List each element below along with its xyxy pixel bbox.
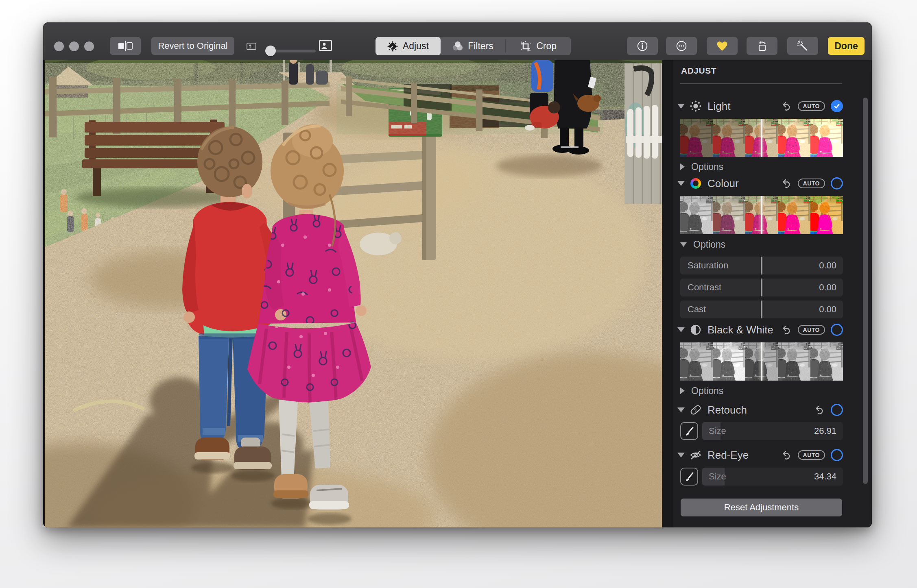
tab-crop[interactable]: Crop — [506, 37, 571, 55]
slider-center-handle[interactable] — [761, 301, 762, 318]
tab-filters[interactable]: Filters — [441, 37, 506, 55]
light-disclosure-triangle[interactable] — [677, 104, 685, 109]
retouch-enabled-checkbox[interactable] — [831, 404, 843, 416]
black-white-strip-thumbnail[interactable] — [778, 342, 810, 381]
edit-content: ADJUST Light — [43, 60, 872, 527]
colour-enabled-checkbox[interactable] — [831, 177, 843, 189]
colour-strip-thumbnail[interactable] — [713, 196, 745, 234]
light-options-label: Options — [691, 161, 723, 172]
undo-icon — [815, 405, 825, 415]
more-options-button[interactable] — [666, 37, 697, 55]
ellipsis-icon — [676, 41, 687, 51]
black-white-strip-thumbnail[interactable] — [680, 342, 713, 381]
light-thumbnail-strip — [680, 119, 843, 157]
black-white-icon — [690, 324, 702, 335]
zoom-slider-knob[interactable] — [265, 46, 276, 56]
contrast-label: Contrast — [688, 282, 819, 293]
photos-app-window: Revert to Original — [43, 22, 872, 527]
rotate-button[interactable] — [747, 37, 777, 55]
revert-to-original-label: Revert to Original — [158, 41, 227, 51]
red-eye-auto-button[interactable]: AUTO — [798, 450, 825, 460]
photo-image[interactable] — [45, 60, 662, 527]
retouch-size-label: Size — [709, 426, 814, 436]
colour-disclosure-triangle[interactable] — [677, 181, 685, 186]
tab-filters-label: Filters — [468, 41, 493, 52]
cast-slider[interactable]: Cast 0.00 — [680, 301, 843, 318]
section-colour-header: Colour AUTO — [677, 176, 843, 190]
light-options-row[interactable]: Options — [680, 160, 872, 173]
red-eye-icon — [690, 450, 702, 460]
colour-strip-thumbnail[interactable] — [680, 196, 713, 234]
light-strip-thumbnail[interactable] — [778, 119, 810, 157]
favorite-button[interactable] — [707, 37, 738, 55]
light-reset-button[interactable] — [782, 101, 792, 111]
light-strip-thumbnail[interactable] — [810, 119, 843, 157]
black-white-thumbnail-strip — [680, 342, 843, 381]
light-strip-thumbnail[interactable] — [713, 119, 745, 157]
done-button[interactable]: Done — [828, 37, 865, 55]
light-strip-thumbnail[interactable] — [680, 119, 713, 157]
colour-reset-button[interactable] — [782, 179, 792, 188]
retouch-size-slider[interactable]: Size 26.91 — [702, 422, 843, 440]
colour-options-row[interactable]: Options — [680, 238, 872, 251]
black-white-enabled-checkbox[interactable] — [831, 324, 843, 336]
black-white-label: Black & White — [707, 324, 782, 336]
red-eye-brush-button[interactable] — [680, 468, 698, 486]
compare-icon — [118, 41, 133, 51]
retouch-brush-button[interactable] — [680, 422, 698, 440]
red-eye-size-value: 34.34 — [814, 471, 836, 482]
retouch-disclosure-triangle[interactable] — [677, 407, 685, 412]
black-white-auto-button[interactable]: AUTO — [798, 325, 825, 335]
slider-center-handle[interactable] — [761, 257, 762, 274]
minimize-window-button[interactable] — [69, 41, 79, 51]
auto-enhance-button[interactable] — [787, 37, 818, 55]
compare-before-after-button[interactable] — [110, 37, 141, 55]
info-icon — [637, 41, 648, 51]
zoom-window-button[interactable] — [84, 41, 94, 51]
reset-adjustments-button[interactable]: Reset Adjustments — [681, 499, 842, 516]
retouch-label: Retouch — [707, 404, 815, 416]
light-enabled-checkbox[interactable] — [831, 100, 843, 112]
rotate-icon — [756, 40, 768, 52]
sidebar-scrollbar[interactable] — [863, 98, 868, 484]
light-icon — [690, 100, 702, 112]
black-white-strip-thumbnail[interactable] — [713, 342, 745, 381]
black-white-options-label: Options — [691, 385, 723, 396]
light-auto-button[interactable]: AUTO — [798, 101, 825, 111]
colour-options-label: Options — [693, 239, 725, 250]
contrast-slider[interactable]: Contrast 0.00 — [680, 279, 843, 296]
colour-icon — [690, 178, 702, 189]
zoom-in-photo-icon — [319, 40, 332, 52]
saturation-label: Saturation — [688, 260, 819, 271]
close-window-button[interactable] — [54, 41, 64, 51]
black-white-options-row[interactable]: Options — [680, 384, 872, 397]
colour-strip-thumbnail[interactable] — [810, 196, 843, 234]
red-eye-size-slider[interactable]: Size 34.34 — [702, 468, 843, 486]
filters-icon — [452, 41, 463, 52]
toolbar: Revert to Original — [43, 22, 872, 61]
colour-label: Colour — [707, 177, 782, 190]
black-white-level-indicator[interactable] — [761, 342, 762, 381]
retouch-icon — [690, 404, 702, 416]
light-level-indicator[interactable] — [761, 119, 762, 157]
zoom-out-photo-icon — [247, 43, 256, 52]
reset-adjustments-label: Reset Adjustments — [724, 502, 799, 513]
black-white-options-disclosure-icon — [680, 388, 685, 394]
colour-level-indicator[interactable] — [761, 196, 762, 234]
saturation-slider[interactable]: Saturation 0.00 — [680, 257, 843, 274]
info-button[interactable] — [627, 37, 658, 55]
black-white-reset-button[interactable] — [782, 325, 792, 335]
retouch-reset-button[interactable] — [815, 405, 825, 415]
slider-center-handle[interactable] — [761, 279, 762, 296]
brush-icon — [684, 471, 694, 482]
revert-to-original-button[interactable]: Revert to Original — [151, 37, 234, 55]
black-white-strip-thumbnail[interactable] — [810, 342, 843, 381]
cast-label: Cast — [688, 304, 819, 315]
tab-adjust[interactable]: Adjust — [376, 37, 441, 55]
black-white-disclosure-triangle[interactable] — [677, 327, 685, 332]
red-eye-disclosure-triangle[interactable] — [677, 453, 685, 457]
red-eye-enabled-checkbox[interactable] — [831, 449, 843, 461]
colour-strip-thumbnail[interactable] — [778, 196, 810, 234]
colour-auto-button[interactable]: AUTO — [798, 179, 825, 188]
red-eye-reset-button[interactable] — [782, 450, 792, 460]
